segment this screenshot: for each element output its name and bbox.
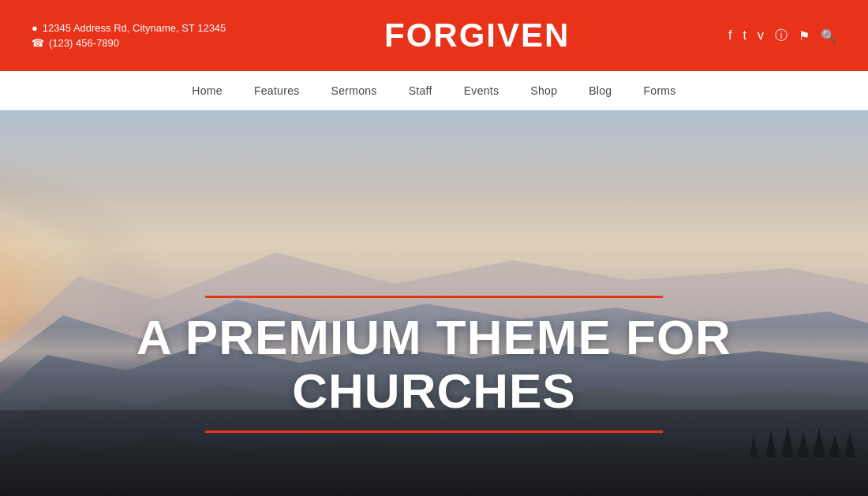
phone-line: ☎ (123) 456-7890 [32,37,226,49]
hero-headline: A PREMIUM THEME FOR CHURCHES [0,311,868,418]
pinterest-icon[interactable]: ⚑ [799,28,810,43]
search-button[interactable]: 🔍 [821,28,836,43]
nav-item-forms[interactable]: Forms [627,71,691,110]
site-title: FORGIVEN [384,17,570,54]
contact-info: ● 12345 Address Rd, Cityname, ST 12345 ☎… [32,22,226,49]
nav-item-shop[interactable]: Shop [514,71,573,110]
nav-item-events[interactable]: Events [448,71,515,110]
hero-divider-top [205,296,663,298]
phone-icon: ☎ [32,37,44,49]
vimeo-icon[interactable]: v [758,28,764,43]
nav-item-blog[interactable]: Blog [573,71,627,110]
address-text: 12345 Address Rd, Cityname, ST 12345 [43,22,226,34]
address-line: ● 12345 Address Rd, Cityname, ST 12345 [32,22,226,34]
nav-item-home[interactable]: Home [176,71,238,110]
facebook-icon[interactable]: f [728,28,731,43]
social-icons: f t v ⓘ ⚑ 🔍 [728,28,836,44]
twitter-icon[interactable]: t [743,28,746,43]
nav-item-features[interactable]: Features [238,71,316,110]
nav-menu: Home Features Sermons Staff Events Shop … [176,71,691,110]
top-bar: ● 12345 Address Rd, Cityname, ST 12345 ☎… [0,0,868,71]
nav-bar: Home Features Sermons Staff Events Shop … [0,71,868,110]
hero-section: A PREMIUM THEME FOR CHURCHES [0,110,868,496]
nav-item-staff[interactable]: Staff [393,71,448,110]
location-icon: ● [32,22,38,34]
hero-text: A PREMIUM THEME FOR CHURCHES [0,296,868,433]
nav-item-sermons[interactable]: Sermons [316,71,393,110]
phone-text: (123) 456-7890 [49,37,119,49]
hero-divider-bottom [205,431,663,433]
instagram-icon[interactable]: ⓘ [775,28,788,44]
